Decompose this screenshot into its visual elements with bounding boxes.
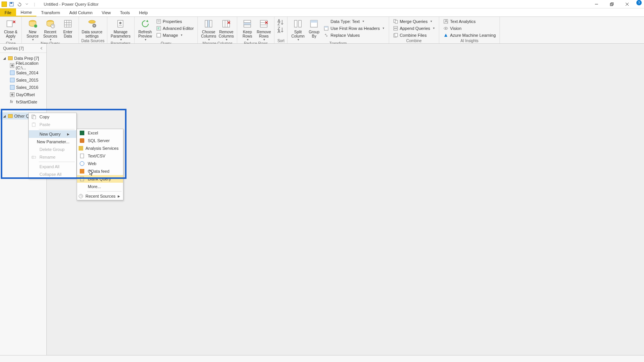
refresh-preview-button[interactable]: Refresh Preview▼ <box>137 18 154 41</box>
status-bar <box>0 355 644 362</box>
new-source-button[interactable]: New Source▼ <box>24 18 41 41</box>
tab-add-column[interactable]: Add Column <box>65 8 97 16</box>
collapse-pane-icon[interactable] <box>39 46 43 50</box>
ctx-collapse-all: Collapse All <box>29 170 76 178</box>
replace-values-button[interactable]: Replace Values <box>322 32 386 38</box>
enter-data-button[interactable]: Enter Data <box>59 18 76 38</box>
expand-toggle-icon[interactable]: ◢ <box>3 56 7 60</box>
submenu-recent-sources[interactable]: Recent Sources▶ <box>77 192 123 200</box>
choose-columns-button[interactable]: Choose Columns▼ <box>200 18 217 41</box>
ctx-new-query[interactable]: New Query▶ <box>29 130 76 138</box>
remove-rows-button[interactable]: Remove Rows▼ <box>256 18 272 41</box>
submenu-text-csv[interactable]: Text/CSV <box>77 152 123 160</box>
sort-desc-button[interactable]: ZA <box>278 27 284 33</box>
query-item[interactable]: DayOffset <box>0 91 46 98</box>
text-analytics-button[interactable]: AText Analytics <box>442 18 497 25</box>
submenu-more[interactable]: More... <box>77 183 123 190</box>
minimize-button[interactable] <box>589 0 604 8</box>
ctx-expand-all: Expand All <box>29 163 76 170</box>
combine-files-button[interactable]: Combine Files <box>391 32 437 38</box>
split-column-button[interactable]: Split Column▼ <box>290 18 306 41</box>
tab-home[interactable]: Home <box>16 8 36 16</box>
svg-text:A: A <box>278 29 281 33</box>
remove-columns-button[interactable]: Remove Columns▼ <box>218 18 235 41</box>
ribbon-group-label: AI Insights <box>442 38 497 43</box>
svg-rect-78 <box>33 123 34 123</box>
manage-parameters-button[interactable]: Manage Parameters▼ <box>110 18 132 41</box>
azure-icon <box>443 33 449 38</box>
tab-help[interactable]: Help <box>135 8 153 16</box>
restore-button[interactable] <box>604 0 619 8</box>
advanced-editor-button[interactable]: Advanced Editor <box>154 25 196 31</box>
query-item[interactable]: Sales_2016 <box>0 84 46 91</box>
submenu-analysis-services[interactable]: Analysis Services <box>77 144 123 152</box>
ribbon-group-ai: AText Analytics Vision Azure Machine Lea… <box>439 17 500 43</box>
submenu-sql[interactable]: SQL Server <box>77 137 123 144</box>
ctx-paste: Paste <box>29 121 76 128</box>
svg-rect-79 <box>32 156 36 158</box>
undo-icon[interactable] <box>16 1 22 7</box>
submenu-blank-query[interactable]: Blank Query <box>77 175 123 183</box>
keep-rows-button[interactable]: Keep Rows▼ <box>240 18 255 41</box>
tab-tools[interactable]: Tools <box>115 8 135 16</box>
query-item[interactable]: FileLocation (C:\... <box>0 62 46 69</box>
query-label: Sales_2016 <box>16 85 38 90</box>
window-controls: ? <box>589 0 644 8</box>
properties-button[interactable]: Properties <box>154 18 196 25</box>
query-item[interactable]: Sales_2015 <box>0 76 46 84</box>
close-button[interactable] <box>619 0 635 8</box>
help-icon[interactable]: ? <box>636 0 642 5</box>
svg-rect-64 <box>324 26 328 28</box>
first-row-headers-button[interactable]: Use First Row as Headers▼ <box>322 25 386 31</box>
ribbon-group-manage-columns: Choose Columns▼ Remove Columns▼ Manage C… <box>198 17 237 43</box>
recent-icon <box>79 193 83 199</box>
submenu-web[interactable]: Web <box>77 160 123 167</box>
queries-pane: Queries [7] ◢ Data Prep [7] FileLocation… <box>0 44 47 355</box>
close-apply-button[interactable]: Close & Apply▼ <box>2 18 19 41</box>
qat-dropdown-icon[interactable] <box>24 1 30 7</box>
ctx-copy[interactable]: Copy <box>29 113 76 121</box>
new-query-submenu: Excel SQL Server Analysis Services Text/… <box>77 129 123 200</box>
vision-button[interactable]: Vision <box>442 25 497 31</box>
remove-columns-icon <box>221 18 232 29</box>
data-type-button[interactable]: Data Type: Text▼ <box>322 18 386 25</box>
tab-view[interactable]: View <box>97 8 115 16</box>
azure-ml-button[interactable]: Azure Machine Learning <box>442 32 497 38</box>
query-label: Sales_2014 <box>16 70 38 75</box>
context-menu: Copy Paste New Query▶ New Parameter... D… <box>28 113 77 179</box>
group-by-button[interactable]: Group By <box>307 18 321 38</box>
table-icon <box>10 70 15 75</box>
enter-data-icon <box>62 18 73 29</box>
sort-asc-button[interactable]: AZ <box>278 19 284 25</box>
append-queries-button[interactable]: Append Queries▼ <box>391 25 437 31</box>
query-item[interactable]: fxfxStartDate <box>0 98 46 105</box>
table-icon <box>10 78 15 82</box>
submenu-excel[interactable]: Excel <box>77 129 123 137</box>
svg-text:A: A <box>445 19 448 23</box>
queries-header-label: Queries [7] <box>3 46 24 51</box>
svg-text:Z: Z <box>278 21 280 25</box>
queries-tree: ◢ Data Prep [7] FileLocation (C:\... Sal… <box>0 53 46 121</box>
manage-button[interactable]: Manage▼ <box>154 32 196 38</box>
advanced-editor-icon <box>156 26 161 31</box>
remove-rows-icon <box>258 18 269 29</box>
ribbon-group-parameters: Manage Parameters▼ Parameters <box>107 17 135 43</box>
svg-rect-45 <box>244 23 251 25</box>
data-type-icon <box>324 19 329 24</box>
menu-bar: File Home Transform Add Column View Tool… <box>0 8 644 17</box>
merge-queries-button[interactable]: Merge Queries▼ <box>391 18 437 25</box>
data-source-settings-button[interactable]: Data source settings <box>81 18 103 38</box>
folder-label: Data Prep [7] <box>14 56 39 61</box>
expand-toggle-icon[interactable]: ◢ <box>3 114 7 118</box>
queries-header[interactable]: Queries [7] <box>0 44 46 53</box>
ctx-new-parameter[interactable]: New Parameter... <box>29 138 76 146</box>
text-analytics-icon: A <box>443 19 449 24</box>
save-icon[interactable] <box>8 1 15 7</box>
submenu-odata[interactable]: OData feed <box>77 167 123 175</box>
manage-icon <box>156 33 161 38</box>
recent-sources-button[interactable]: Recent Sources▼ <box>42 18 59 41</box>
ribbon-group-combine: Merge Queries▼ Append Queries▼ Combine F… <box>389 17 439 43</box>
tab-file[interactable]: File <box>0 8 16 16</box>
tab-transform[interactable]: Transform <box>36 8 65 16</box>
query-item[interactable]: Sales_2014 <box>0 69 46 76</box>
